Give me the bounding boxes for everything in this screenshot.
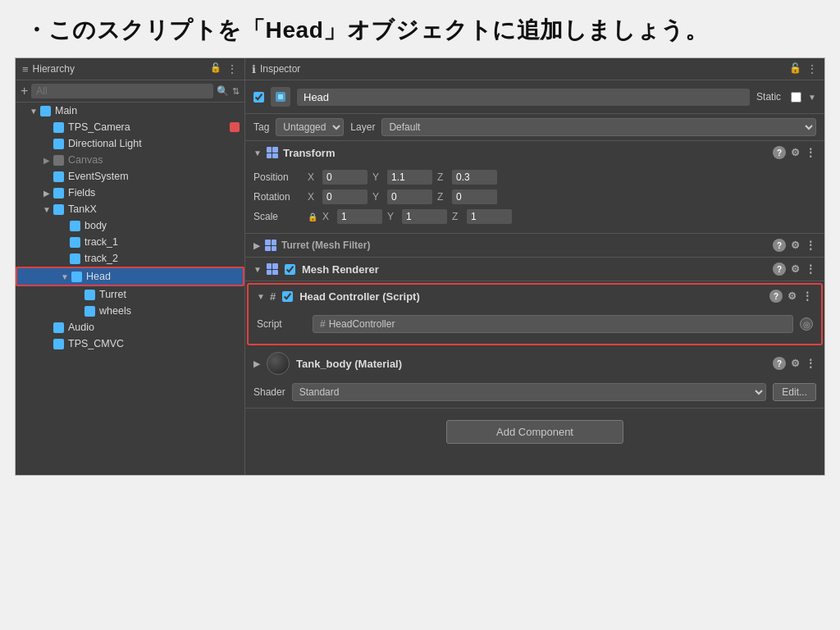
info-icon: ℹ: [252, 63, 256, 75]
search-icon: 🔍: [217, 85, 229, 97]
object-header: Static ▼: [245, 80, 824, 114]
tree-item-directional-light[interactable]: Directional Light: [16, 135, 244, 152]
transform-icon: [267, 147, 278, 158]
position-z-input[interactable]: [452, 170, 497, 185]
hierarchy-menu-icon: ≡: [22, 63, 29, 75]
mesh-renderer-header[interactable]: ▼ Mesh Renderer ? ⚙ ⋮: [245, 258, 824, 281]
tag-red-tps-camera: [230, 122, 240, 132]
static-label: Static: [756, 91, 781, 103]
material-header[interactable]: ▶ Tank_body (Material) ? ⚙ ⋮: [245, 347, 824, 380]
script-label: Script: [257, 318, 306, 330]
cube-icon-fields: [52, 186, 65, 199]
tree-item-turret[interactable]: Turret: [16, 286, 244, 303]
material-sphere: [267, 352, 290, 375]
tree-item-main[interactable]: ▼ Main: [16, 103, 244, 119]
label-wheels: wheels: [99, 305, 131, 317]
scale-x-input[interactable]: [337, 209, 382, 224]
mesh-filter-icon: [265, 240, 276, 251]
add-component-row: Add Component: [245, 409, 824, 455]
material-label: Tank_body (Material): [296, 358, 402, 370]
head-controller-settings-icon: ⚙: [788, 290, 797, 302]
edit-button[interactable]: Edit...: [773, 383, 816, 401]
tree-item-head[interactable]: ▼ Head: [16, 267, 244, 286]
position-label: Position: [253, 171, 303, 183]
mesh-renderer-checkbox[interactable]: [285, 264, 295, 275]
cube-icon-head: [70, 270, 83, 283]
scale-z-input[interactable]: [467, 209, 512, 224]
object-enabled-checkbox[interactable]: [253, 92, 264, 103]
head-controller-checkbox[interactable]: [282, 291, 293, 302]
static-dropdown-arrow[interactable]: ▼: [808, 93, 816, 102]
hierarchy-tree: ▼ Main TPS_Camera Directional Light: [16, 103, 244, 475]
transform-header[interactable]: ▼ Transform ? ⚙ ⋮: [245, 141, 824, 164]
shader-row: Shader Standard Edit...: [245, 380, 824, 408]
shader-select[interactable]: Standard: [292, 383, 767, 401]
head-controller-header[interactable]: ▼ # Head Controller (Script) ? ⚙ ⋮: [249, 285, 821, 308]
transform-settings-icon: ⚙: [791, 147, 800, 158]
tree-item-fields[interactable]: ▶ Fields: [16, 185, 244, 201]
inspector-header: ℹ Inspector 🔓 ⋮: [245, 58, 824, 80]
head-controller-dots-icon: ⋮: [801, 290, 813, 303]
tree-item-wheels[interactable]: wheels: [16, 303, 244, 319]
tree-item-eventsystem[interactable]: EventSystem: [16, 168, 244, 185]
script-circle-btn[interactable]: ◎: [800, 317, 813, 331]
scale-y-input[interactable]: [402, 209, 447, 224]
script-value-text: HeadController: [329, 318, 395, 330]
rotation-z-input[interactable]: [452, 189, 497, 204]
cube-icon-canvas: [52, 153, 65, 167]
inspector-title: Inspector: [260, 63, 300, 75]
add-icon[interactable]: +: [21, 84, 28, 98]
position-x-input[interactable]: [322, 170, 368, 185]
layer-select[interactable]: Default: [381, 118, 816, 136]
mesh-renderer-label: Mesh Renderer: [302, 263, 379, 276]
tree-item-canvas[interactable]: ▶ Canvas: [16, 152, 244, 168]
mesh-renderer-icon: [267, 263, 278, 275]
mesh-filter-dots-icon: ⋮: [805, 239, 816, 252]
head-controller-body: Script # HeadController ◎: [249, 308, 821, 344]
mesh-filter-header[interactable]: ▶ Turret (Mesh Filter) ? ⚙ ⋮: [245, 234, 824, 257]
tree-item-track1[interactable]: track_1: [16, 234, 244, 250]
z-axis-rot: Z: [437, 191, 447, 203]
add-component-button[interactable]: Add Component: [446, 420, 623, 444]
tree-item-track2[interactable]: track_2: [16, 250, 244, 267]
tag-select[interactable]: Untagged: [276, 118, 344, 136]
mesh-renderer-settings-icon: ⚙: [791, 263, 800, 275]
z-axis-pos: Z: [437, 171, 447, 183]
material-help-icon: ?: [773, 357, 786, 370]
rotation-label: Rotation: [253, 191, 303, 203]
position-y-input[interactable]: [387, 170, 432, 185]
cube-icon-main: [39, 104, 52, 117]
search-input[interactable]: [31, 84, 213, 98]
transform-arrow: ▼: [253, 148, 262, 158]
rotation-x-input[interactable]: [322, 189, 368, 204]
mesh-renderer-section: ▼ Mesh Renderer ? ⚙ ⋮: [245, 258, 824, 281]
cube-icon-tps-cmvc: [52, 337, 65, 350]
tree-item-tps-camera[interactable]: TPS_Camera: [16, 119, 244, 135]
cube-icon-eventsystem: [52, 170, 65, 183]
tree-item-tankx[interactable]: ▼ TankX: [16, 201, 244, 217]
sort-icon: ⇅: [232, 86, 240, 97]
y-axis-pos: Y: [372, 171, 382, 183]
head-controller-label: Head Controller (Script): [299, 290, 420, 303]
tree-item-tps-cmvc[interactable]: TPS_CMVC: [16, 336, 244, 352]
label-body: body: [84, 220, 107, 231]
layer-label: Layer: [350, 121, 375, 133]
static-checkbox[interactable]: [791, 92, 801, 103]
x-axis-pos: X: [308, 171, 317, 183]
z-axis-scl: Z: [452, 211, 462, 222]
tree-item-body[interactable]: body: [16, 217, 244, 234]
tree-item-audio[interactable]: Audio: [16, 319, 244, 336]
label-tankx: TankX: [68, 203, 97, 215]
x-axis-scl: X: [322, 211, 332, 222]
cube-icon-audio: [52, 321, 65, 334]
script-value: # HeadController: [313, 315, 793, 333]
mesh-renderer-help-icon: ?: [773, 262, 786, 276]
object-name-input[interactable]: [297, 89, 750, 106]
rotation-y-input[interactable]: [387, 189, 432, 204]
mesh-filter-arrow: ▶: [253, 241, 260, 250]
hierarchy-title: Hierarchy: [33, 63, 75, 75]
scale-label: Scale: [253, 211, 303, 222]
lock-scale-icon: 🔒: [308, 212, 317, 221]
label-tps-cmvc: TPS_CMVC: [68, 338, 124, 349]
inspector-lock-icon: 🔓: [789, 62, 801, 75]
